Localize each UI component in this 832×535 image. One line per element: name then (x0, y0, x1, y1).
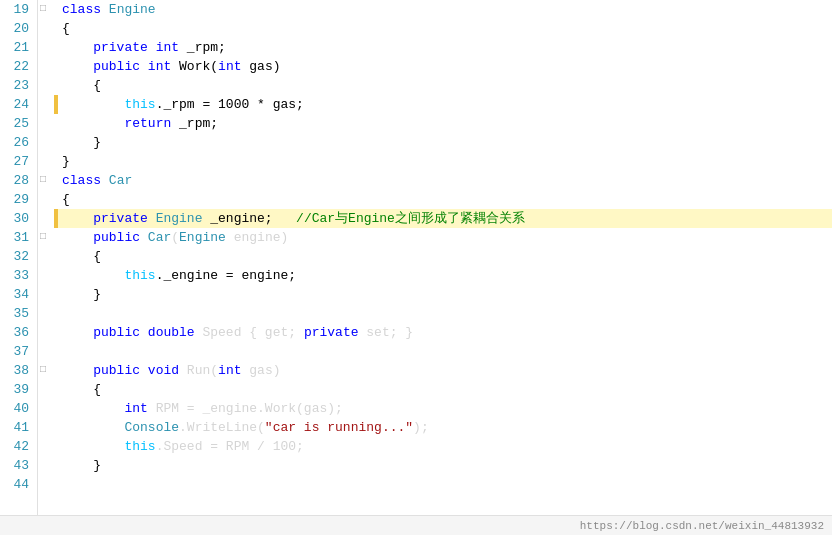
code-content: } (58, 456, 101, 475)
table-row: private Engine _engine; //Car与Engine之间形成… (54, 209, 832, 228)
table-row: private int _rpm; (54, 38, 832, 57)
code-content: class Car (58, 171, 132, 190)
table-row: public int Work(int gas) (54, 57, 832, 76)
line-number: 32 (4, 247, 29, 266)
code-content: { (58, 380, 101, 399)
code-editor: 1920212223242526272829303132333435363738… (0, 0, 832, 535)
code-lines[interactable]: class Engine{ private int _rpm; public i… (54, 0, 832, 515)
line-number: 24 (4, 95, 29, 114)
line-number: 21 (4, 38, 29, 57)
line-number: 39 (4, 380, 29, 399)
table-row: } (54, 285, 832, 304)
line-number: 41 (4, 418, 29, 437)
line-indicator (54, 342, 58, 361)
table-row: { (54, 19, 832, 38)
line-number: 23 (4, 76, 29, 95)
code-content: this._engine = engine; (58, 266, 296, 285)
table-row: public Car(Engine engine) (54, 228, 832, 247)
table-row: } (54, 456, 832, 475)
line-number: 37 (4, 342, 29, 361)
code-content: int RPM = _engine.Work(gas); (58, 399, 343, 418)
line-number: 30 (4, 209, 29, 228)
table-row: class Car (54, 171, 832, 190)
table-row: this._engine = engine; (54, 266, 832, 285)
table-row: return _rpm; (54, 114, 832, 133)
line-number: 43 (4, 456, 29, 475)
watermark: https://blog.csdn.net/weixin_44813932 (580, 520, 824, 532)
line-number: 33 (4, 266, 29, 285)
collapse-icon[interactable]: □ (40, 174, 46, 185)
bottom-bar: https://blog.csdn.net/weixin_44813932 (0, 515, 832, 535)
line-indicator (54, 475, 58, 494)
line-number: 26 (4, 133, 29, 152)
code-content: private int _rpm; (58, 38, 226, 57)
code-content: public int Work(int gas) (58, 57, 281, 76)
table-row (54, 304, 832, 323)
code-content: this.Speed = RPM / 100; (58, 437, 304, 456)
code-content: this._rpm = 1000 * gas; (58, 95, 304, 114)
table-row: { (54, 76, 832, 95)
code-content: } (58, 152, 70, 171)
line-number: 35 (4, 304, 29, 323)
collapse-icon[interactable]: □ (40, 364, 46, 375)
code-content: public Car(Engine engine) (58, 228, 288, 247)
table-row: class Engine (54, 0, 832, 19)
table-row: this.Speed = RPM / 100; (54, 437, 832, 456)
table-row: Console.WriteLine("car is running..."); (54, 418, 832, 437)
code-content: return _rpm; (58, 114, 218, 133)
table-row: { (54, 247, 832, 266)
code-content: { (58, 76, 101, 95)
table-row: public void Run(int gas) (54, 361, 832, 380)
table-row: public double Speed { get; private set; … (54, 323, 832, 342)
table-row: } (54, 133, 832, 152)
code-content: Console.WriteLine("car is running..."); (58, 418, 429, 437)
table-row (54, 475, 832, 494)
line-number: 19 (4, 0, 29, 19)
line-number: 22 (4, 57, 29, 76)
table-row: } (54, 152, 832, 171)
table-row: this._rpm = 1000 * gas; (54, 95, 832, 114)
line-number: 29 (4, 190, 29, 209)
collapse-icon[interactable]: □ (40, 3, 46, 14)
code-content: } (58, 285, 101, 304)
code-content: { (58, 19, 70, 38)
code-content: class Engine (58, 0, 156, 19)
line-number: 44 (4, 475, 29, 494)
line-number: 31 (4, 228, 29, 247)
code-content: private Engine _engine; //Car与Engine之间形成… (58, 209, 525, 228)
code-content: { (58, 247, 101, 266)
line-number: 27 (4, 152, 29, 171)
table-row: { (54, 380, 832, 399)
line-number: 36 (4, 323, 29, 342)
line-number: 38 (4, 361, 29, 380)
line-number: 20 (4, 19, 29, 38)
code-area: 1920212223242526272829303132333435363738… (0, 0, 832, 515)
code-content: { (58, 190, 70, 209)
code-content: public double Speed { get; private set; … (58, 323, 413, 342)
line-indicator (54, 304, 58, 323)
collapse-icon[interactable]: □ (40, 231, 46, 242)
table-row: int RPM = _engine.Work(gas); (54, 399, 832, 418)
code-content: public void Run(int gas) (58, 361, 281, 380)
line-number: 28 (4, 171, 29, 190)
line-numbers: 1920212223242526272829303132333435363738… (0, 0, 38, 515)
table-row: { (54, 190, 832, 209)
line-number: 25 (4, 114, 29, 133)
code-content: } (58, 133, 101, 152)
table-row (54, 342, 832, 361)
line-number: 40 (4, 399, 29, 418)
line-number: 34 (4, 285, 29, 304)
collapse-gutter: □□□□ (38, 0, 54, 515)
line-number: 42 (4, 437, 29, 456)
